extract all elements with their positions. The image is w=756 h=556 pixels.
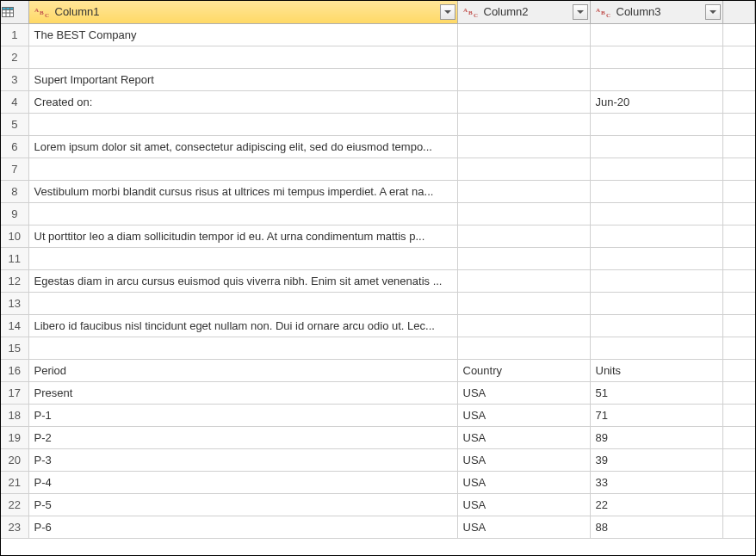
cell[interactable] [457, 158, 590, 180]
cell[interactable] [590, 337, 722, 359]
cell[interactable]: Vestibulum morbi blandit cursus risus at… [28, 180, 457, 202]
cell[interactable]: 89 [590, 426, 722, 448]
row-number[interactable]: 19 [1, 426, 28, 448]
cell[interactable] [590, 247, 722, 269]
cell[interactable] [457, 337, 590, 359]
row-number[interactable]: 12 [1, 269, 28, 292]
cell[interactable] [590, 158, 722, 180]
cell[interactable]: USA [457, 426, 590, 448]
cell[interactable] [457, 90, 590, 113]
cell[interactable] [457, 113, 590, 135]
row-number[interactable]: 11 [1, 247, 28, 269]
row-number[interactable]: 20 [1, 448, 28, 471]
row-number[interactable]: 5 [1, 113, 28, 135]
column-filter-button-2[interactable] [573, 4, 588, 20]
row-number[interactable]: 9 [1, 202, 28, 225]
cell[interactable]: Ut porttitor leo a diam sollicitudin tem… [28, 225, 457, 247]
row-number[interactable]: 17 [1, 381, 28, 404]
cell[interactable] [28, 337, 457, 359]
cell[interactable] [28, 158, 457, 180]
cell[interactable] [28, 46, 457, 68]
row-number[interactable]: 1 [1, 23, 28, 46]
cell[interactable]: Lorem ipsum dolor sit amet, consectetur … [28, 135, 457, 158]
row-number[interactable]: 15 [1, 337, 28, 359]
cell[interactable] [457, 292, 590, 314]
cell[interactable]: USA [457, 493, 590, 516]
cell[interactable]: USA [457, 471, 590, 493]
cell[interactable]: Egestas diam in arcu cursus euismod quis… [28, 269, 457, 292]
cell[interactable] [457, 225, 590, 247]
cell[interactable]: USA [457, 381, 590, 404]
cell[interactable] [28, 292, 457, 314]
row-number[interactable]: 13 [1, 292, 28, 314]
cell[interactable] [457, 314, 590, 337]
cell[interactable]: 51 [590, 381, 722, 404]
row-number[interactable]: 16 [1, 359, 28, 381]
cell[interactable]: USA [457, 448, 590, 471]
cell[interactable]: Created on: [28, 90, 457, 113]
cell[interactable] [590, 202, 722, 225]
cell[interactable]: 88 [590, 516, 722, 538]
row-number[interactable]: 3 [1, 68, 28, 90]
row-number[interactable]: 18 [1, 404, 28, 426]
cell[interactable]: P-5 [28, 493, 457, 516]
row-number[interactable]: 23 [1, 516, 28, 538]
column-header-2[interactable]: A B C Column2 [457, 1, 590, 23]
cell[interactable] [457, 68, 590, 90]
cell[interactable]: P-6 [28, 516, 457, 538]
cell[interactable] [457, 23, 590, 46]
cell[interactable]: 39 [590, 448, 722, 471]
cell[interactable] [590, 269, 722, 292]
cell[interactable]: Period [28, 359, 457, 381]
cell[interactable] [457, 202, 590, 225]
cell[interactable]: P-1 [28, 404, 457, 426]
cell[interactable] [590, 314, 722, 337]
row-number[interactable]: 2 [1, 46, 28, 68]
cell[interactable] [28, 113, 457, 135]
cell[interactable] [590, 46, 722, 68]
cell[interactable]: Jun-20 [590, 90, 722, 113]
cell[interactable] [590, 23, 722, 46]
column-header-3[interactable]: A B C Column3 [590, 1, 722, 23]
cell[interactable]: Supert Important Report [28, 68, 457, 90]
row-number[interactable]: 7 [1, 158, 28, 180]
select-all-corner[interactable] [1, 1, 28, 23]
cell[interactable]: 33 [590, 471, 722, 493]
row-number[interactable]: 8 [1, 180, 28, 202]
row-number[interactable]: 10 [1, 225, 28, 247]
row-number[interactable]: 14 [1, 314, 28, 337]
cell[interactable]: The BEST Company [28, 23, 457, 46]
cell[interactable] [457, 135, 590, 158]
cell[interactable]: USA [457, 516, 590, 538]
cell[interactable] [457, 180, 590, 202]
cell[interactable]: P-2 [28, 426, 457, 448]
column-filter-button-1[interactable] [440, 4, 455, 20]
cell[interactable]: Present [28, 381, 457, 404]
cell[interactable]: P-4 [28, 471, 457, 493]
cell[interactable] [28, 247, 457, 269]
cell[interactable]: USA [457, 404, 590, 426]
cell[interactable] [457, 247, 590, 269]
table-row: 22P-5USA22 [1, 493, 755, 516]
row-number[interactable]: 6 [1, 135, 28, 158]
cell[interactable]: 22 [590, 493, 722, 516]
cell[interactable] [590, 135, 722, 158]
row-number[interactable]: 22 [1, 493, 28, 516]
cell[interactable]: Country [457, 359, 590, 381]
cell[interactable] [590, 292, 722, 314]
row-number[interactable]: 21 [1, 471, 28, 493]
cell[interactable]: 71 [590, 404, 722, 426]
cell[interactable] [590, 68, 722, 90]
cell[interactable] [590, 113, 722, 135]
cell[interactable] [457, 269, 590, 292]
cell[interactable] [28, 202, 457, 225]
row-number[interactable]: 4 [1, 90, 28, 113]
cell[interactable]: P-3 [28, 448, 457, 471]
cell[interactable]: Units [590, 359, 722, 381]
cell[interactable]: Libero id faucibus nisl tincidunt eget n… [28, 314, 457, 337]
cell[interactable] [457, 46, 590, 68]
column-filter-button-3[interactable] [705, 4, 721, 20]
cell[interactable] [590, 225, 722, 247]
cell[interactable] [590, 180, 722, 202]
column-header-1[interactable]: A B C Column1 [28, 1, 457, 23]
